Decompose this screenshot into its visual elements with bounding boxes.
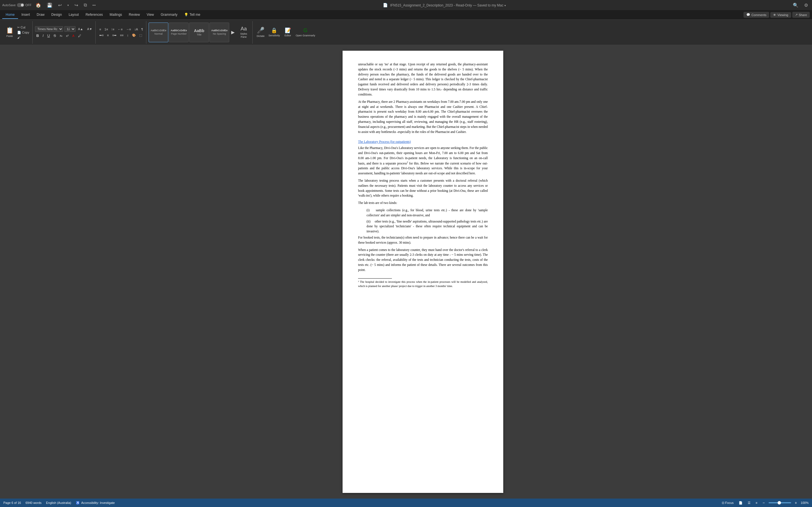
show-formatting-button[interactable]: ¶ [140,27,144,32]
editor-button[interactable]: 📝 Editor [282,22,294,42]
zoom-level[interactable]: 100% [801,501,809,504]
font-group: Times New Roman 12 A▲ A▼ B I U S x₂ x² A… [33,21,96,44]
tab-mailings[interactable]: Mailings [106,11,125,19]
redo-button[interactable]: ↪ [73,2,80,8]
editor-icon: 📝 [285,27,291,34]
styles-scroll-right[interactable]: ▶ [230,29,236,36]
zoom-slider[interactable] [769,502,791,503]
zoom-in-button[interactable]: + [794,500,799,506]
comments-icon: 💬 [746,13,750,17]
align-right-button[interactable]: ≡➡ [111,33,118,38]
statusbar-left: Page 6 of 16 6940 words English (Austral… [3,501,115,505]
sort-button[interactable]: ↕A [133,27,139,32]
font-name-selector[interactable]: Times New Roman [35,26,63,32]
viewing-button[interactable]: 👁 Viewing [770,12,791,18]
doc-para-5: The lab tests are of two kinds: [358,201,488,206]
style-page-number[interactable]: AaBbCcDdEe Page Number [169,22,189,42]
settings-button[interactable]: ⚙ [802,2,810,8]
borders-button[interactable]: ⬚ [138,33,144,38]
numbering-button[interactable]: 1≡ [103,27,110,32]
style-no-spacing-preview: AaBbCcDdEe [211,29,227,32]
shading-button[interactable]: 🎨 [131,33,137,38]
strikethrough-button[interactable]: S [52,33,57,38]
doc-para-4: The laboratory testing process starts wh… [358,178,488,198]
accessibility-indicator[interactable]: ♿ Accessibility: Investigate [76,501,115,505]
styles-pane-button[interactable]: Aa Styles Pane [237,22,251,42]
search-button[interactable]: 🔍 [791,2,800,8]
list-marker-1: (i) [366,209,370,212]
tab-draw[interactable]: Draw [33,11,48,19]
styles-pane-icon: Aa [241,26,247,32]
line-spacing-button[interactable]: ↕ [125,33,130,38]
font-color-button[interactable]: A [71,34,75,38]
underline-button[interactable]: U [46,33,51,38]
tab-design[interactable]: Design [48,11,65,19]
indent-increase-button[interactable]: →≡ [124,27,132,32]
autosave-toggle[interactable] [17,3,24,7]
font-size-selector[interactable]: 12 [64,26,75,32]
style-normal[interactable]: AaBbCcDdEe Normal [149,22,168,42]
file-icon: 📄 [383,3,388,7]
view-page-button[interactable]: 📄 [737,501,744,505]
doc-para-6: For booked tests, the technicians(s) oft… [358,235,488,245]
more-button[interactable]: ••• [91,3,98,7]
style-title[interactable]: AaBb Title [189,22,209,42]
word-count[interactable]: 6940 words [26,501,42,504]
font-grow-button[interactable]: A▲ [77,27,85,31]
home-button[interactable]: 🏠 [34,2,43,8]
tab-tell-me[interactable]: 💡 Tell me [181,11,204,19]
comments-button[interactable]: 💬 Comments [744,12,769,18]
undo-button[interactable]: ↩ [56,2,63,8]
bullets-button[interactable]: ≡ [98,27,102,32]
voice-group: 🎤 Dictate 🔒 Sensitivity 📝 Editor G Open … [253,21,319,44]
document-area[interactable]: unreachable or say 'no' at that stage. U… [116,45,730,499]
titlebar-right: 🔍 ⚙ [791,2,810,8]
indent-decrease-button[interactable]: ←≡ [116,27,124,32]
statusbar-right: ⊡ Focus 📄 ☰ ≡ − + 100% [720,500,809,506]
page-indicator[interactable]: Page 6 of 16 [3,501,21,504]
autosave-control[interactable]: AutoSave OFF [2,3,32,7]
zoom-out-button[interactable]: − [761,500,766,506]
align-left-button[interactable]: ⬅≡ [98,33,105,38]
align-center-button[interactable]: ≡ [106,33,110,38]
cut-button[interactable]: ✂ Cut [16,25,31,30]
view-outline-button[interactable]: ≡ [754,501,759,505]
open-grammarly-button[interactable]: G Open Grammarly [294,22,317,42]
subscript-button[interactable]: x₂ [58,33,64,38]
undo-dropdown[interactable]: ▾ [66,3,70,7]
italic-button[interactable]: I [41,33,45,38]
style-no-spacing[interactable]: AaBbCcDdEe No Spacing [209,22,229,42]
dictate-button[interactable]: 🎤 Dictate [255,22,266,42]
clipboard-small: ✂ Cut 📄 Copy 🖌 [16,25,31,40]
present-button[interactable]: ⧉ [82,2,89,8]
view-web-button[interactable]: ☰ [746,501,752,505]
share-button[interactable]: ↗ Share [792,12,810,18]
save-button[interactable]: 💾 [45,2,54,8]
font-shrink-button[interactable]: A▼ [86,27,94,31]
copy-button[interactable]: 📄 Copy [16,30,31,35]
footnote-line [358,278,392,279]
saved-dropdown[interactable]: ▾ [504,4,506,7]
tab-view[interactable]: View [143,11,157,19]
bold-button[interactable]: B [35,33,40,38]
superscript-button[interactable]: x² [64,34,70,38]
sensitivity-button[interactable]: 🔒 Sensitivity [267,22,282,42]
document-page: unreachable or say 'no' at that stage. U… [343,51,503,493]
tab-grammarly[interactable]: Grammarly [157,11,181,19]
tab-references[interactable]: References [82,11,106,19]
doc-section-title: The Laboratory Process (for outpatients) [358,139,488,145]
multilevel-button[interactable]: ⁝≡ [110,27,116,32]
tab-review[interactable]: Review [125,11,143,19]
paste-icon: 📋 [6,27,13,34]
tab-insert[interactable]: Insert [18,11,33,19]
paste-button[interactable]: 📋 Paste [4,22,15,42]
focus-button[interactable]: ⊡ Focus [720,501,735,505]
tab-layout[interactable]: Layout [65,11,82,19]
tab-home[interactable]: Home [2,11,18,19]
language-indicator[interactable]: English (Australia) [46,501,71,504]
format-painter-button[interactable]: 🖌 [16,35,31,40]
highlight-button[interactable]: 🖊 [77,34,83,38]
justify-button[interactable]: ≡≡ [118,33,125,38]
doc-para-1: unreachable or say 'no' at that stage. U… [358,62,488,97]
sensitivity-icon: 🔒 [271,27,277,34]
